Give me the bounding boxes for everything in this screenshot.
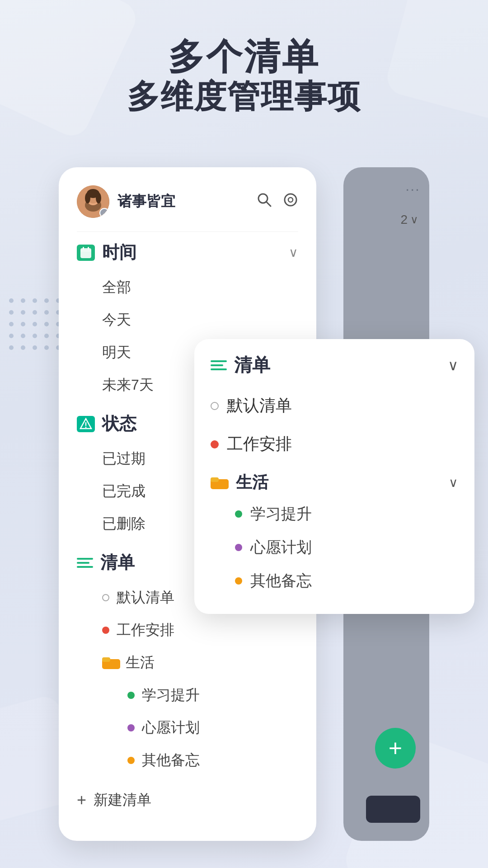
- list-section-icon: [77, 558, 93, 568]
- dropdown-group-chevron-icon: ∨: [449, 475, 458, 490]
- dropdown-item-default[interactable]: 默认清单: [211, 387, 458, 425]
- list-item-wish[interactable]: 心愿计划: [127, 712, 298, 744]
- phone-mock-number: 2 ∨: [400, 212, 418, 227]
- dropdown-sub-item-wish[interactable]: 心愿计划: [211, 531, 458, 564]
- new-list-plus-icon: +: [77, 791, 86, 810]
- page-title-line2: 多维度管理事项: [27, 78, 461, 115]
- phone-area: ··· 2 ∨ +: [59, 167, 429, 841]
- dropdown-group-life-title: 生活: [236, 472, 441, 494]
- list-item-study[interactable]: 学习提升: [127, 679, 298, 712]
- dropdown-card: 清单 ∨ 默认清单 工作安排 生活 ∨ 学习提升: [194, 339, 474, 614]
- search-icon[interactable]: [257, 192, 272, 212]
- dropdown-chevron-icon: ∨: [448, 357, 458, 374]
- phone-mock-add-button[interactable]: +: [375, 728, 416, 769]
- dropdown-dot-default: [211, 402, 219, 410]
- folder-icon: [102, 656, 120, 670]
- dropdown-dot-work: [211, 440, 219, 448]
- settings-icon[interactable]: [283, 192, 298, 212]
- avatar: [77, 185, 109, 218]
- header-icons: [257, 192, 298, 212]
- list-item-work[interactable]: 工作安排: [102, 614, 298, 646]
- dropdown-sub-item-study[interactable]: 学习提升: [211, 497, 458, 531]
- dropdown-title: 清单: [234, 353, 441, 377]
- svg-point-6: [96, 193, 101, 203]
- dropdown-sub-label-wish: 心愿计划: [250, 537, 312, 558]
- list-group-life-header[interactable]: 生活: [102, 646, 298, 679]
- new-list-button[interactable]: + 新建清单: [59, 781, 316, 819]
- time-section-icon: [77, 245, 95, 261]
- dot-study: [127, 692, 135, 699]
- dot-work: [102, 627, 109, 634]
- svg-point-5: [85, 193, 90, 203]
- dot-wish: [127, 724, 135, 731]
- dot-pattern-left: [9, 298, 61, 350]
- section-time-header[interactable]: 时间 ∨: [77, 234, 298, 271]
- list-item-memo[interactable]: 其他备忘: [127, 744, 298, 777]
- dot-memo: [127, 757, 135, 764]
- time-chevron-icon: ∨: [289, 245, 298, 260]
- svg-line-8: [266, 202, 271, 206]
- dropdown-dot-wish: [235, 544, 242, 551]
- time-section-title: 时间: [102, 241, 282, 264]
- page-header: 多个清单 多维度管理事项: [0, 36, 488, 115]
- svg-point-10: [288, 198, 293, 202]
- svg-rect-13: [88, 247, 89, 250]
- time-item-all[interactable]: 全部: [102, 271, 298, 304]
- svg-rect-14: [80, 250, 91, 251]
- new-list-label: 新建清单: [94, 790, 151, 810]
- avatar-badge: [99, 208, 109, 218]
- dropdown-item-work-label: 工作安排: [227, 433, 292, 455]
- page-title-line1: 多个清单: [27, 36, 461, 78]
- svg-point-17: [85, 426, 87, 428]
- dot-default: [102, 594, 109, 601]
- dropdown-list-icon: [211, 360, 227, 370]
- dropdown-sub-label-memo: 其他备忘: [250, 571, 312, 591]
- dropdown-item-work[interactable]: 工作安排: [211, 425, 458, 463]
- phone-mock-top-bar: ···: [405, 181, 420, 198]
- status-section-icon: [77, 416, 95, 432]
- svg-rect-19: [102, 657, 110, 662]
- dropdown-group-life-header[interactable]: 生活 ∨: [211, 463, 458, 497]
- svg-point-9: [285, 194, 296, 206]
- app-header: 诸事皆宜: [59, 185, 316, 218]
- user-name: 诸事皆宜: [117, 192, 249, 212]
- dropdown-item-default-label: 默认清单: [227, 395, 292, 417]
- phone-mock-dots-icon: ···: [405, 181, 420, 198]
- phone-mock-bottom-bar: [366, 796, 420, 823]
- dropdown-folder-icon: [211, 476, 229, 490]
- svg-rect-12: [83, 247, 84, 250]
- life-sub-items: 学习提升 心愿计划 其他备忘: [102, 679, 298, 777]
- divider-1: [77, 231, 298, 232]
- dropdown-sub-label-study: 学习提升: [250, 504, 312, 524]
- dropdown-sub-item-memo[interactable]: 其他备忘: [211, 564, 458, 598]
- time-item-today[interactable]: 今天: [102, 304, 298, 336]
- dropdown-dot-memo: [235, 577, 242, 585]
- dropdown-dot-study: [235, 510, 242, 518]
- svg-rect-11: [80, 248, 91, 258]
- svg-rect-21: [211, 477, 219, 482]
- dropdown-header[interactable]: 清单 ∨: [211, 353, 458, 377]
